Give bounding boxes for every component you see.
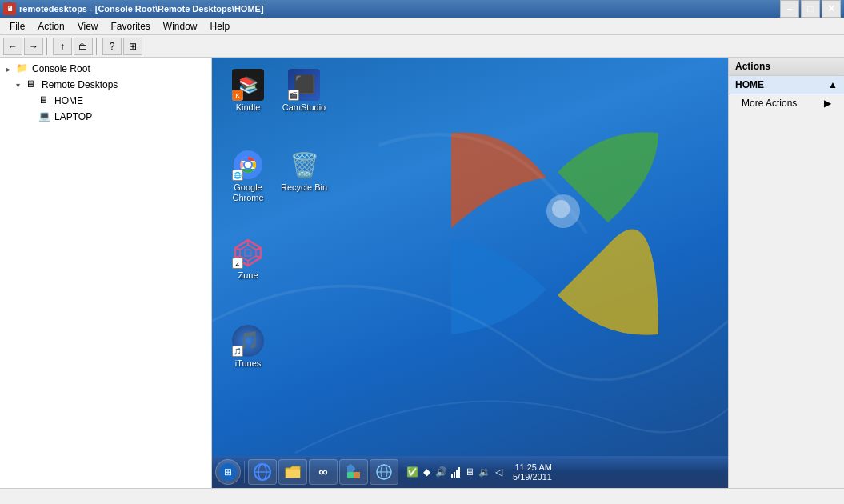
infinity-button[interactable]: ∞ xyxy=(309,459,338,485)
tray-green-icon[interactable]: ✅ xyxy=(406,466,418,478)
tray-network-icon[interactable] xyxy=(449,466,462,478)
kindle-icon: 📚 K xyxy=(232,69,264,101)
windows-logo xyxy=(440,122,664,346)
tree-label-remote-desktops: Remote Desktops xyxy=(42,79,118,90)
expand-icon: ▸ xyxy=(6,65,14,74)
puzzle-button[interactable] xyxy=(339,459,368,485)
tray-screen-icon[interactable]: 🖥 xyxy=(463,466,476,478)
ie-button[interactable] xyxy=(248,459,277,485)
laptop-icon: 💻 xyxy=(38,110,51,123)
recycle-bin-label: Recycle Bin xyxy=(281,182,327,193)
forward-button[interactable]: → xyxy=(24,38,43,55)
tray-speaker-icon[interactable]: 🔊 xyxy=(434,466,447,478)
menu-file[interactable]: File xyxy=(3,19,31,34)
back-button[interactable]: ← xyxy=(3,38,22,55)
svg-text:⊞: ⊞ xyxy=(224,466,232,478)
menu-action[interactable]: Action xyxy=(31,19,70,34)
folder-icon: 📁 xyxy=(16,62,29,75)
recycle-bin-icon: 🗑️ xyxy=(288,149,320,181)
status-bar xyxy=(0,488,844,504)
left-panel: ▸ 📁 Console Root ▾ 🖥 Remote Desktops 🖥 H… xyxy=(0,58,212,488)
network-button[interactable] xyxy=(370,459,398,485)
itunes-icon: 🎵 🎵 xyxy=(232,325,264,357)
home-icon: 🖥 xyxy=(38,94,51,107)
tree-item-console-root[interactable]: ▸ 📁 Console Root xyxy=(0,61,211,77)
desktop-area: 📚 K Kindle ⬛ 🎬 CamStudio xyxy=(212,58,728,488)
show-hide-button[interactable]: 🗀 xyxy=(74,38,93,55)
remote-desktops-icon: 🖥 xyxy=(26,78,38,91)
expand-icon-2: ▾ xyxy=(16,81,24,90)
menu-bar: File Action View Favorites Window Help xyxy=(0,18,844,35)
camstudio-label: CamStudio xyxy=(282,102,326,113)
help-button[interactable]: ? xyxy=(102,38,122,55)
camstudio-icon: ⬛ 🎬 xyxy=(288,69,320,101)
tree-label-laptop: LAPTOP xyxy=(54,111,92,122)
desktop-icon-itunes[interactable]: 🎵 🎵 iTunes xyxy=(220,322,276,372)
app-icon: 🖥 xyxy=(3,2,16,15)
actions-header: Actions xyxy=(729,58,844,76)
desktop-icon-recycle-bin[interactable]: 🗑️ Recycle Bin xyxy=(276,146,332,196)
svg-rect-31 xyxy=(458,467,460,478)
tray-arrow-icon[interactable]: ◁ xyxy=(492,466,505,478)
desktop-icon-kindle[interactable]: 📚 K Kindle xyxy=(220,66,276,116)
desktop-icon-chrome[interactable]: 🌐 Google Chrome xyxy=(220,146,276,206)
svg-rect-24 xyxy=(347,472,354,478)
taskbar-sep-2 xyxy=(402,461,402,483)
actions-more-actions[interactable]: More Actions ▶ xyxy=(729,94,844,112)
svg-point-5 xyxy=(245,162,251,168)
right-panel: Actions HOME ▲ More Actions ▶ xyxy=(728,58,844,488)
title-bar: 🖥 remotedesktops - [Console Root\Remote … xyxy=(0,0,844,18)
tree-label-console-root: Console Root xyxy=(32,63,90,74)
close-button[interactable]: ✕ xyxy=(822,0,841,18)
menu-help[interactable]: Help xyxy=(204,19,237,34)
itunes-label: iTunes xyxy=(235,358,262,369)
toolbar: ← → ↑ 🗀 ? ⊞ xyxy=(0,35,844,58)
chrome-label: Google Chrome xyxy=(232,182,263,203)
svg-rect-14 xyxy=(245,250,251,256)
kindle-label: Kindle xyxy=(236,102,261,113)
clock-date: 5/19/2011 xyxy=(513,472,552,482)
svg-rect-29 xyxy=(454,472,455,478)
tree-item-home[interactable]: 🖥 HOME xyxy=(0,93,211,109)
svg-rect-30 xyxy=(456,470,458,478)
svg-rect-23 xyxy=(354,472,360,478)
taskbar: ⊞ ∞ xyxy=(212,456,728,488)
taskbar-sep-1 xyxy=(244,461,245,483)
svg-point-21 xyxy=(349,464,352,467)
menu-view[interactable]: View xyxy=(71,19,105,34)
actions-section-home[interactable]: HOME ▲ xyxy=(729,76,844,94)
taskbar-clock[interactable]: 11:25 AM 5/19/2011 xyxy=(510,462,555,482)
menu-window[interactable]: Window xyxy=(157,19,204,34)
tree-item-laptop[interactable]: 💻 LAPTOP xyxy=(0,109,211,125)
tray-volume-icon[interactable]: 🔉 xyxy=(478,466,490,478)
desktop-icon-camstudio[interactable]: ⬛ 🎬 CamStudio xyxy=(276,66,332,116)
start-button[interactable]: ⊞ xyxy=(215,459,241,485)
folder-button[interactable] xyxy=(278,459,307,485)
desktop-icon-zune[interactable]: Z Zune xyxy=(220,234,276,284)
tree-item-remote-desktops[interactable]: ▾ 🖥 Remote Desktops xyxy=(0,77,211,93)
zune-icon: Z xyxy=(232,237,264,269)
window-title: remotedesktops - [Console Root\Remote De… xyxy=(19,4,264,14)
collapse-icon: ▲ xyxy=(828,79,838,90)
up-button[interactable]: ↑ xyxy=(53,38,72,55)
options-button[interactable]: ⊞ xyxy=(123,38,142,55)
maximize-button[interactable]: □ xyxy=(801,0,820,18)
chrome-icon: 🌐 xyxy=(232,149,264,181)
minimize-button[interactable]: – xyxy=(780,0,799,18)
main-area: ▸ 📁 Console Root ▾ 🖥 Remote Desktops 🖥 H… xyxy=(0,58,844,488)
svg-point-1 xyxy=(552,200,570,218)
menu-favorites[interactable]: Favorites xyxy=(105,19,157,34)
svg-rect-28 xyxy=(451,474,453,478)
svg-point-22 xyxy=(352,467,355,470)
clock-time: 11:25 AM xyxy=(513,462,552,472)
arrow-icon: ▶ xyxy=(824,98,831,109)
toolbar-separator-2 xyxy=(96,38,99,55)
tree-label-home: HOME xyxy=(54,95,83,106)
toolbar-separator-1 xyxy=(46,38,50,55)
zune-label: Zune xyxy=(238,270,258,281)
tray-diamond-icon[interactable]: ◆ xyxy=(420,466,433,478)
